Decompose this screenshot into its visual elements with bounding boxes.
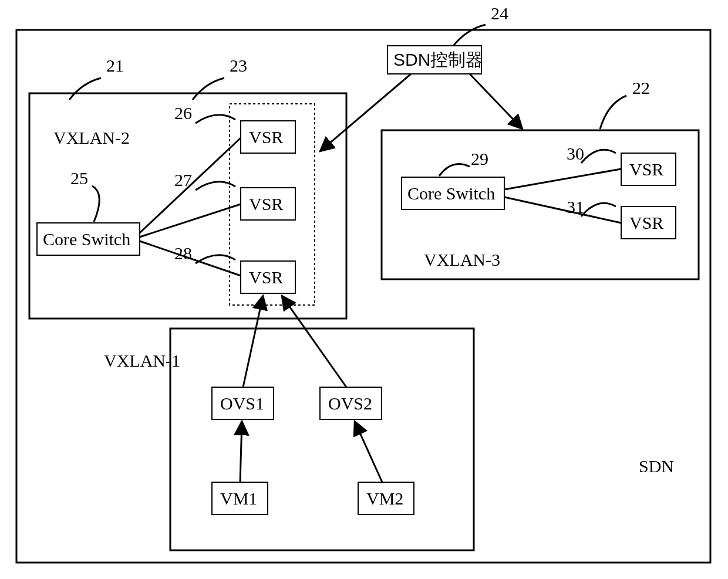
core-switch-b-label: Core Switch	[407, 184, 495, 203]
ref-22: 22	[632, 78, 650, 97]
vsr-27-label: VSR	[249, 194, 283, 214]
core-switch-a-label: Core Switch	[43, 229, 130, 249]
ref-21: 21	[106, 56, 124, 75]
pointer-30	[581, 150, 616, 163]
pointer-29	[439, 164, 470, 176]
pointer-25	[92, 186, 99, 222]
vxlan2-region	[29, 93, 346, 319]
conn-cs-vsr27	[140, 204, 241, 237]
vxlan2-label: VXLAN-2	[53, 128, 130, 147]
pointer-27	[196, 182, 235, 190]
arrow-ovs1-vsr28	[243, 296, 263, 387]
arrow-vm1-ovs1	[240, 421, 242, 482]
vm2-label: VM2	[366, 489, 403, 508]
pointer-21	[69, 78, 101, 100]
vsr-28-label: VSR	[249, 268, 283, 287]
ref-30: 30	[567, 144, 584, 163]
ref-26: 26	[174, 103, 192, 123]
vsr-26-label: VSR	[249, 127, 283, 147]
conn-cs-vsr26	[140, 138, 241, 233]
vxlan1-region	[170, 329, 474, 550]
sdn-controller-label: SDN控制器	[393, 50, 483, 69]
vsr-30-label: VSR	[629, 160, 663, 179]
conn-csb-vsr30	[504, 169, 621, 189]
arrow-vm2-ovs2	[355, 421, 382, 482]
vxlan1-label: VXLAN-1	[104, 351, 180, 370]
conn-csb-vsr31	[504, 197, 621, 223]
arrow-controller-to-vxlan3	[470, 74, 523, 129]
pointer-23	[193, 78, 224, 100]
pointer-22	[600, 96, 626, 129]
pointer-24	[454, 25, 486, 45]
arrow-controller-to-group23	[320, 74, 411, 151]
ref-24: 24	[491, 4, 508, 23]
ovs2-label: OVS2	[328, 394, 372, 413]
vm1-label: VM1	[220, 489, 257, 508]
ref-25: 25	[70, 168, 88, 188]
arrow-ovs2-vsr28	[282, 296, 346, 387]
vxlan3-label: VXLAN-3	[424, 250, 500, 269]
ref-29: 29	[471, 149, 488, 168]
vsr-31-label: VSR	[629, 213, 663, 232]
sdn-label: SDN	[639, 456, 674, 476]
ref-23: 23	[230, 56, 247, 75]
ovs1-label: OVS1	[220, 394, 264, 413]
